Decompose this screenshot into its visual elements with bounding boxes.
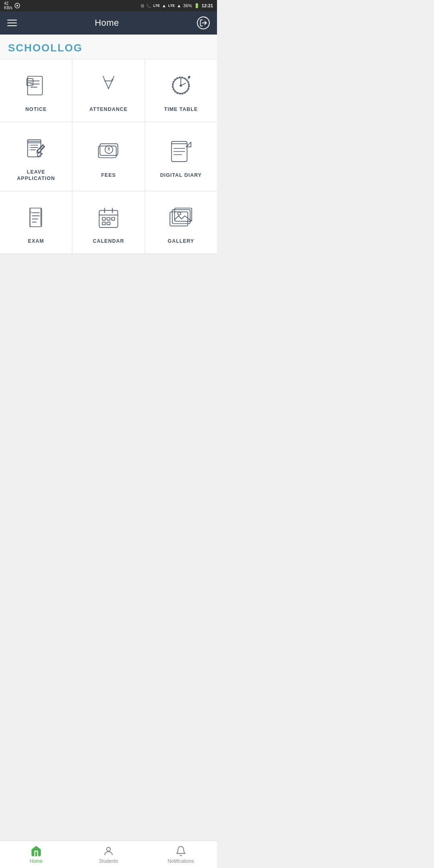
svg-text:₹: ₹	[107, 147, 111, 152]
brand-section: SCHOOLLOG	[0, 35, 217, 59]
svg-rect-52	[102, 217, 105, 220]
timetable-icon	[167, 72, 195, 100]
svg-rect-41	[30, 208, 41, 227]
notice-icon	[22, 72, 50, 100]
notice-label: NOTICE	[25, 106, 47, 113]
exam-label: EXAM	[28, 238, 44, 244]
svg-point-60	[178, 212, 181, 215]
leave-label: LEAVE APPLICATION	[17, 169, 55, 182]
menu-grid: NOTICE + ATTENDANCE	[0, 59, 217, 254]
brand-name: SCHOOLLOG	[8, 42, 83, 54]
diary-item[interactable]: DIGITAL DIARY	[145, 122, 217, 191]
exam-item[interactable]: i EXAM	[0, 191, 72, 254]
attendance-label: ATTENDANCE	[89, 106, 127, 113]
wifi-icon: ⊙	[141, 3, 144, 8]
svg-text:i: i	[31, 210, 31, 214]
gallery-label: GALLERY	[168, 238, 194, 244]
lte-label: LTE	[153, 4, 160, 8]
status-bar: 42KB/s ⊙ 📞 LTE ▲ LTE ▲ 36% 🔋 12:21	[0, 0, 217, 11]
exam-icon: i	[22, 203, 50, 231]
svg-rect-56	[107, 222, 110, 225]
gallery-icon	[167, 203, 195, 231]
notice-item[interactable]: NOTICE	[0, 59, 72, 122]
sync-icon	[14, 2, 20, 9]
svg-rect-54	[112, 217, 115, 220]
svg-text:+: +	[111, 77, 114, 83]
attendance-item[interactable]: + ATTENDANCE	[72, 59, 145, 122]
svg-rect-55	[102, 222, 105, 225]
svg-line-10	[103, 76, 108, 89]
time-text: 12:21	[202, 3, 213, 8]
grid-row-3: i EXAM CALENDAR	[0, 191, 217, 254]
attendance-icon: +	[94, 72, 123, 100]
diary-icon	[167, 137, 195, 166]
svg-point-1	[16, 5, 18, 6]
battery-text: 36%	[183, 3, 192, 8]
status-left: 42KB/s	[4, 1, 20, 10]
battery-icon: 🔋	[194, 3, 200, 8]
leave-item[interactable]: LEAVE APPLICATION	[0, 122, 72, 191]
timetable-label: TIME TABLE	[164, 106, 198, 113]
status-right: ⊙ 📞 LTE ▲ LTE ▲ 36% 🔋 12:21	[141, 3, 213, 8]
diary-label: DIGITAL DIARY	[160, 172, 202, 178]
speed-text: 42KB/s	[4, 1, 12, 10]
fees-icon: ₹	[94, 137, 123, 166]
calendar-icon	[94, 203, 123, 231]
signal2-icon: ▲	[177, 3, 181, 8]
fees-item[interactable]: ₹ FEES	[72, 122, 145, 191]
gallery-item[interactable]: GALLERY	[145, 191, 217, 254]
calendar-label: CALENDAR	[93, 238, 124, 244]
fees-label: FEES	[101, 172, 116, 178]
grid-row-1: NOTICE + ATTENDANCE	[0, 59, 217, 122]
timetable-item[interactable]: TIME TABLE	[145, 59, 217, 122]
top-bar: Home	[0, 11, 217, 35]
svg-point-18	[180, 85, 182, 86]
menu-button[interactable]	[7, 20, 17, 26]
logout-button[interactable]	[197, 16, 210, 29]
logout-icon	[199, 19, 207, 27]
calendar-item[interactable]: CALENDAR	[72, 191, 145, 254]
call-icon: 📞	[146, 4, 151, 8]
lte2-label: LTE	[168, 4, 175, 8]
svg-rect-53	[107, 217, 110, 220]
grid-row-2: LEAVE APPLICATION ₹ FEES	[0, 122, 217, 191]
leave-icon	[22, 134, 50, 162]
signal-icon: ▲	[162, 3, 166, 8]
page-title: Home	[95, 18, 119, 28]
